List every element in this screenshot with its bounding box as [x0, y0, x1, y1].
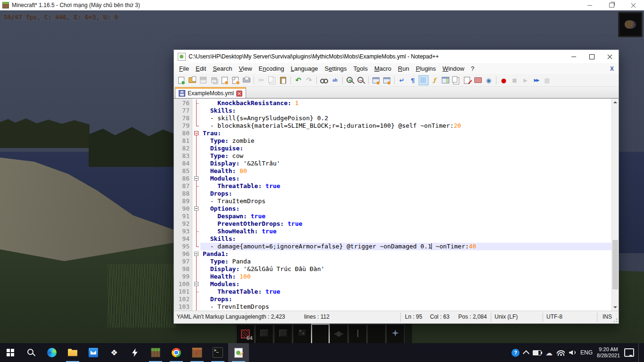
- onedrive-cloud-icon[interactable]: ☁: [545, 349, 553, 356]
- toolbar-copy-button[interactable]: [267, 75, 277, 85]
- status-insert-mode[interactable]: INS: [603, 313, 612, 320]
- menu-file[interactable]: File: [176, 64, 192, 73]
- code-line-103[interactable]: 103 - TrevnItemDrops: [174, 303, 612, 311]
- code-line-81[interactable]: 81 Type: zombie: [174, 137, 612, 145]
- code-line-94[interactable]: 94 Skills:: [174, 235, 612, 243]
- code-line-93[interactable]: 93 ShowHealth: true: [174, 228, 612, 235]
- toolbar-save-all-button[interactable]: [209, 75, 219, 85]
- toolbar-macro-record-button[interactable]: ●: [499, 75, 509, 85]
- taskbar-launcher[interactable]: [124, 343, 145, 362]
- minecraft-restore-button[interactable]: [601, 0, 622, 10]
- status-eol-format[interactable]: Unix (LF): [495, 313, 518, 320]
- toolbar-word-wrap-button[interactable]: ↵: [397, 75, 407, 85]
- taskbar-crafting-table-app[interactable]: [187, 343, 207, 362]
- tray-expand-chevron-icon[interactable]: [523, 350, 529, 356]
- taskbar-notepad-plus-plus[interactable]: [228, 343, 249, 362]
- code-line-96[interactable]: 96Panda1:: [174, 250, 612, 258]
- menu-plugins[interactable]: Plugins: [413, 64, 439, 73]
- taskbar-start-button[interactable]: [0, 343, 21, 362]
- taskbar-chrome[interactable]: [166, 343, 187, 362]
- taskbar-search-button[interactable]: [21, 343, 41, 362]
- toolbar-cut-button[interactable]: ✂: [256, 75, 266, 85]
- toolbar-folder-as-workspace-button[interactable]: [473, 75, 483, 85]
- fold-toggle-icon[interactable]: [193, 250, 200, 258]
- toolbar-view-file-button[interactable]: ◉: [484, 75, 494, 85]
- code-line-90[interactable]: 90 Options:: [174, 205, 612, 213]
- minecraft-minimize-button[interactable]: [579, 0, 601, 10]
- code-line-101[interactable]: 101 ThreatTable: true: [174, 288, 612, 296]
- scroll-up-arrow-icon[interactable]: [612, 99, 619, 106]
- toolbar-function-list-button[interactable]: ƒ: [429, 75, 439, 85]
- toolbar-undo-button[interactable]: ↶: [293, 75, 303, 85]
- code-line-80[interactable]: 80Trau:: [174, 130, 612, 137]
- editor[interactable]: 76 KnockbackResistance: 177 Skills:78 - …: [174, 99, 619, 311]
- taskbar-command-prompt[interactable]: [207, 343, 228, 362]
- taskbar-edge[interactable]: [41, 343, 62, 362]
- notepad-maximize-button[interactable]: [583, 50, 601, 63]
- code-line-78[interactable]: 78 - skill{s=AngrySludgePoison} 0.2: [174, 115, 612, 122]
- vertical-scrollbar[interactable]: [611, 99, 619, 311]
- toolbar-open-file-button[interactable]: [187, 75, 197, 85]
- menu-window[interactable]: Window: [439, 64, 468, 73]
- battery-icon[interactable]: [533, 350, 541, 355]
- code-line-77[interactable]: 77 Skills:: [174, 107, 612, 115]
- minecraft-close-button[interactable]: [622, 0, 644, 10]
- menu-run[interactable]: Run: [395, 64, 413, 73]
- help-tray-icon[interactable]: [512, 349, 520, 357]
- code-line-82[interactable]: 82 Disguise:: [174, 145, 612, 152]
- fold-toggle-icon[interactable]: [193, 280, 200, 288]
- toolbar-show-all-characters-button[interactable]: ¶: [408, 75, 418, 85]
- code-line-85[interactable]: 85 Health: 80: [174, 167, 612, 175]
- code-line-84[interactable]: 84 Display: '&2&lTrâu': [174, 160, 612, 167]
- taskbar-dropbox[interactable]: ❖: [104, 343, 124, 362]
- code-line-91[interactable]: 91 Despawn: true: [174, 213, 612, 220]
- code-line-95[interactable]: 95 - damage{amount=6;ignoreArmor=false} …: [174, 243, 612, 250]
- taskbar-minecraft[interactable]: [145, 343, 166, 362]
- menu-encoding[interactable]: Encoding: [256, 64, 288, 73]
- toolbar-close-all-button[interactable]: [231, 75, 240, 85]
- toolbar-redo-button[interactable]: ↷: [304, 75, 314, 85]
- menu-search[interactable]: Search: [209, 64, 235, 73]
- wifi-icon[interactable]: [557, 350, 565, 356]
- menu-tools[interactable]: Tools: [350, 64, 371, 73]
- action-center-icon[interactable]: [624, 348, 634, 357]
- code-line-99[interactable]: 99 Health: 100: [174, 273, 612, 280]
- scrollbar-thumb[interactable]: [612, 240, 618, 289]
- menu-language[interactable]: Language: [288, 64, 322, 73]
- status-encoding[interactable]: UTF-8: [546, 313, 562, 320]
- toolbar-macro-run-multiple-button[interactable]: ▶▶: [531, 75, 541, 85]
- toolbar-sync-horizontal-button[interactable]: [382, 75, 392, 85]
- resize-grip[interactable]: [612, 317, 618, 322]
- volume-icon[interactable]: [569, 350, 576, 355]
- menu-settings[interactable]: Settings: [322, 64, 350, 73]
- toolbar-indent-guide-button[interactable]: [419, 75, 429, 85]
- toolbar-macro-save-button[interactable]: ▦: [542, 75, 552, 85]
- notepad-close-button[interactable]: [601, 50, 619, 63]
- tab-examplemobs[interactable]: ExampleMobs.yml: [175, 87, 246, 98]
- code-line-86[interactable]: 86 Modules:: [174, 175, 612, 182]
- code-line-97[interactable]: 97 Type: Panda: [174, 258, 612, 265]
- toolbar-macro-stop-button[interactable]: ■: [510, 75, 520, 85]
- toolbar-macro-play-button[interactable]: ▶: [520, 75, 530, 85]
- toolbar-save-button[interactable]: [198, 75, 208, 85]
- menu-macro[interactable]: Macro: [371, 64, 395, 73]
- fold-toggle-icon[interactable]: [193, 205, 200, 213]
- menu-help[interactable]: ?: [468, 64, 478, 73]
- language-indicator[interactable]: ENG: [580, 349, 593, 356]
- toolbar-close-file-button[interactable]: [220, 75, 230, 85]
- code-line-83[interactable]: 83 Type: cow: [174, 152, 612, 160]
- fold-toggle-icon[interactable]: [193, 130, 200, 137]
- code-line-92[interactable]: 92 PreventOtherDrops: true: [174, 220, 612, 228]
- code-line-98[interactable]: 98 Display: '&2&lGấu Trúc Đầu Đàn': [174, 265, 612, 273]
- toolbar-print-button[interactable]: [241, 75, 251, 85]
- document-close-icon[interactable]: X: [610, 66, 614, 72]
- toolbar-sync-vertical-button[interactable]: [371, 75, 381, 85]
- code-line-76[interactable]: 76 KnockbackResistance: 1: [174, 99, 612, 107]
- notepad-minimize-button[interactable]: [565, 50, 583, 63]
- toolbar-zoom-in-button[interactable]: +: [345, 75, 355, 85]
- menu-view[interactable]: View: [236, 64, 256, 73]
- show-desktop-button[interactable]: [638, 343, 641, 362]
- code-line-102[interactable]: 102 Drops:: [174, 296, 612, 303]
- code-line-79[interactable]: 79 - blockmask{material=SLIME_BLOCK;r=1;…: [174, 122, 612, 130]
- clock[interactable]: 9:20 AM 8/28/2021: [597, 346, 620, 359]
